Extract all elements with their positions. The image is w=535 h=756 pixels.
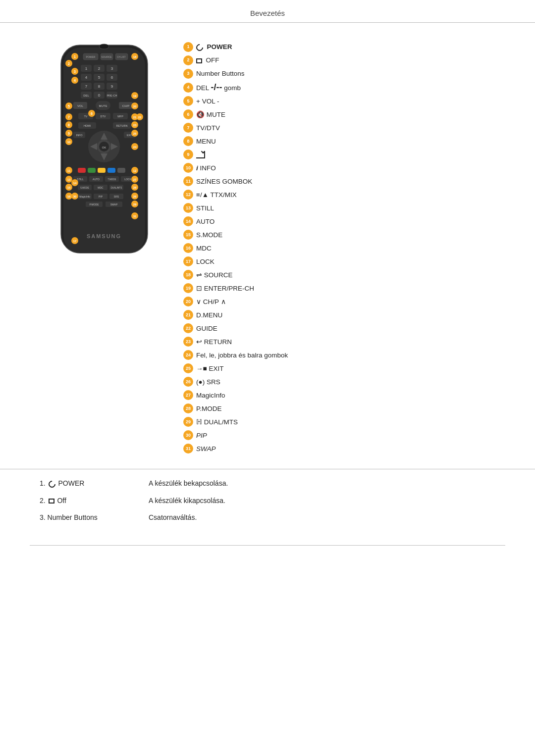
svg-rect-65 [117, 168, 125, 173]
header-title: Bevezetés [250, 9, 285, 17]
legend-badge-22: 22 [183, 323, 193, 333]
legend-badge-18: 18 [183, 270, 193, 280]
svg-text:TV: TV [84, 115, 87, 118]
desc-num-1: 1. [40, 479, 46, 487]
legend-badge-2: 2 [183, 55, 193, 65]
legend-item-16: 16 MDC [183, 243, 505, 253]
legend-text-19: ⊡ ENTER/PRE-CH [196, 284, 254, 293]
legend-text-28: P.MODE [196, 404, 222, 413]
svg-text:OK: OK [102, 146, 106, 149]
legend-text-25: →■ EXIT [196, 364, 223, 373]
legend-badge-26: 26 [183, 377, 193, 387]
svg-text:17: 17 [73, 240, 76, 243]
legend-text-10: i INFO [196, 164, 216, 173]
svg-text:14: 14 [73, 182, 76, 185]
svg-text:DTV: DTV [100, 115, 106, 118]
svg-text:POWER: POWER [86, 55, 95, 58]
svg-text:28: 28 [133, 186, 136, 189]
legend-badge-14: 14 [183, 216, 193, 226]
legend-badge-23: 23 [183, 337, 193, 347]
svg-point-8 [99, 44, 109, 49]
legend-text-11: SZÍNES GOMBOK [196, 177, 252, 186]
legend-badge-21: 21 [183, 310, 193, 320]
desc-left-3: 3. Number Buttons [40, 513, 149, 521]
legend-text-30: PIP [196, 431, 207, 440]
svg-text:4: 4 [74, 79, 76, 82]
legend-item-6: 6 🔇 MUTE [183, 109, 505, 120]
svg-text:19: 19 [133, 95, 136, 98]
svg-text:20: 20 [133, 105, 136, 108]
desc-right-1: A készülék bekapcsolása. [149, 479, 495, 487]
desc-left-2: 2. Off [40, 497, 149, 504]
legend-badge-4: 4 [183, 83, 193, 93]
svg-text:7: 7 [68, 115, 70, 119]
legend-text-3: Number Buttons [196, 69, 245, 78]
desc-label-2: Off [57, 497, 66, 504]
legend-badge-8: 8 [183, 136, 193, 146]
legend-item-19: 19 ⊡ ENTER/PRE-CH [183, 283, 505, 294]
legend-item-5: 5 + VOL - [183, 96, 505, 106]
legend-badge-25: 25 [183, 363, 193, 373]
legend-badge-3: 3 [183, 69, 193, 79]
legend-item-2: 2 OFF [183, 55, 505, 66]
legend-badge-12: 12 [183, 190, 193, 200]
svg-text:MUTE: MUTE [99, 104, 107, 107]
svg-text:S.MODE: S.MODE [80, 187, 89, 189]
legend-text-23: ↩ RETURN [196, 338, 232, 347]
description-section: 1. POWER A készülék bekapcsolása. 2. Off… [0, 469, 535, 545]
legend-text-14: AUTO [196, 217, 214, 226]
svg-text:PRE-CH: PRE-CH [107, 94, 117, 97]
legend-text-12: ≡/▲ TTX/MIX [196, 191, 237, 200]
legend-item-9: 9 [183, 149, 505, 160]
legend-badge-19: 19 [183, 283, 193, 293]
svg-text:LOCK: LOCK [124, 178, 131, 181]
legend-text-9 [196, 151, 205, 159]
legend-text-22: GUIDE [196, 324, 217, 333]
page-header: Bevezetés [0, 0, 535, 23]
legend-badge-17: 17 [183, 256, 193, 266]
legend-text-16: MDC [196, 244, 212, 253]
legend-badge-20: 20 [183, 297, 193, 306]
svg-text:5: 5 [98, 75, 100, 80]
desc-label-3: Number Buttons [48, 513, 98, 521]
svg-text:CH LIST: CH LIST [117, 56, 126, 58]
svg-text:7: 7 [85, 84, 87, 89]
legend-item-7: 7 TV/DTV [183, 122, 505, 133]
svg-text:23: 23 [133, 124, 136, 127]
legend-item-11: 11 SZÍNES GOMBOK [183, 176, 505, 187]
legend-item-30: 30 PIP [183, 430, 505, 441]
desc-left-1: 1. POWER [40, 479, 149, 487]
svg-text:27: 27 [133, 178, 136, 181]
legend-badge-24: 24 [183, 350, 193, 360]
desc-right-2: A készülék kikapcsolása. [149, 497, 495, 504]
legend-item-22: 22 GUIDE [183, 323, 505, 334]
svg-text:RETURN: RETURN [116, 124, 127, 127]
legend-text-8: MENU [196, 137, 216, 146]
svg-text:26: 26 [133, 195, 136, 198]
legend-text-21: D.MENU [196, 311, 222, 320]
legend-badge-27: 27 [183, 390, 193, 400]
legend-badge-9: 9 [183, 150, 193, 159]
svg-text:6: 6 [91, 112, 93, 115]
svg-text:AUTO: AUTO [93, 178, 100, 181]
svg-text:13: 13 [67, 178, 70, 181]
svg-text:4: 4 [85, 75, 87, 80]
remote-illustration: POWER SOURCE CH LIST 1 2 3 4 5 6 7 [56, 43, 153, 255]
svg-text:P.MODE: P.MODE [89, 203, 99, 206]
legend-badge-30: 30 [183, 430, 193, 440]
svg-text:SAMSUNG: SAMSUNG [86, 233, 121, 239]
remote-container: POWER SOURCE CH LIST 1 2 3 4 5 6 7 [40, 38, 168, 454]
svg-text:SWAP: SWAP [110, 203, 117, 206]
svg-text:VOL: VOL [77, 104, 83, 107]
legend-item-27: 27 MagicInfo [183, 390, 505, 401]
legend-text-26: (●) SRS [196, 378, 220, 387]
legend-text-1: POWER [196, 43, 232, 51]
main-content: POWER SOURCE CH LIST 1 2 3 4 5 6 7 [0, 23, 535, 469]
svg-text:15: 15 [67, 186, 70, 189]
legend-badge-5: 5 [183, 96, 193, 106]
desc-label-1: POWER [58, 479, 84, 487]
svg-text:SRS: SRS [113, 195, 119, 198]
legend-text-6: 🔇 MUTE [196, 110, 225, 119]
svg-text:29: 29 [133, 203, 136, 206]
desc-right-3: Csatornaváltás. [149, 513, 495, 521]
